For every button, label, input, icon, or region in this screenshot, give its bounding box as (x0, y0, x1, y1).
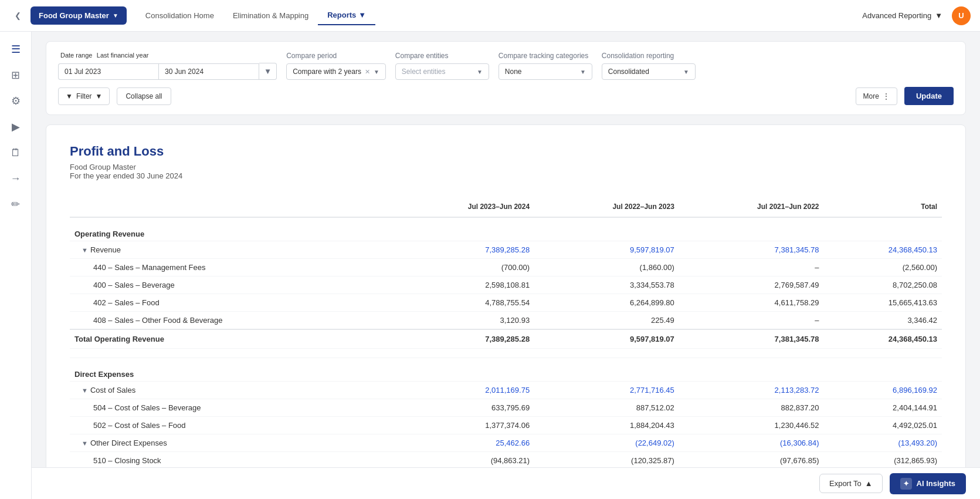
date-from-input[interactable] (58, 63, 158, 80)
adv-reporting-chevron-icon: ▼ (935, 11, 942, 20)
ai-insights-button[interactable]: ✦ AI Insights (890, 473, 966, 494)
filter-icon: ▼ (66, 92, 73, 100)
table-row: ▼Revenue 7,389,285.28 9,597,819.07 7,381… (70, 241, 942, 259)
date-range-label: Date range Last financial year (58, 51, 277, 59)
compare-entities-filter: Compare entities Select entities ▼ (395, 52, 489, 80)
table-row: 510 – Closing Stock (94,863.21) (120,325… (70, 452, 942, 470)
compare-tracking-dropdown[interactable]: None ▼ (499, 63, 592, 80)
consolidation-chevron-icon: ▼ (683, 69, 689, 75)
nav-reports[interactable]: Reports ▼ (318, 6, 375, 25)
sidebar-play-icon[interactable]: ▶ (5, 116, 26, 137)
col-total: Total (824, 197, 942, 217)
compare-period-chevron-icon: ▼ (374, 69, 379, 75)
report-subtitle1: Food Group Master (70, 163, 942, 171)
update-button[interactable]: Update (904, 87, 954, 105)
filter-button[interactable]: ▼ Filter ▼ (58, 87, 110, 105)
consolidation-label: Consolidation reporting (602, 52, 696, 60)
avatar[interactable]: U (952, 6, 971, 25)
table-row: Operating Revenue (70, 217, 942, 241)
ai-icon: ✦ (900, 478, 912, 490)
table-row: 502 – Cost of Sales – Food 1,377,374.06 … (70, 417, 942, 434)
sidebar-menu-icon[interactable]: ☰ (5, 39, 26, 60)
advanced-reporting-button[interactable]: Advanced Reporting ▼ (862, 11, 942, 20)
compare-period-dropdown[interactable]: Compare with 2 years ✕ ▼ (286, 63, 386, 80)
sidebar-document-icon[interactable]: 🗒 (5, 142, 26, 163)
date-range-filter: Date range Last financial year ▼ (58, 51, 277, 80)
date-range-dropdown[interactable]: ▼ (259, 63, 277, 80)
compare-period-label: Compare period (286, 52, 386, 60)
col-2023: Jul 2022–Jun 2023 (534, 197, 679, 217)
export-chevron-icon: ▲ (865, 479, 873, 488)
compare-tracking-filter: Compare tracking categories None ▼ (499, 52, 592, 80)
consolidation-dropdown[interactable]: Consolidated ▼ (602, 63, 696, 80)
consolidation-filter: Consolidation reporting Consolidated ▼ (602, 52, 696, 80)
filter-chevron-icon: ▼ (96, 92, 103, 100)
profit-loss-table: Jul 2023–Jun 2024 Jul 2022–Jun 2023 Jul … (70, 197, 942, 499)
table-row: 400 – Sales – Beverage 2,598,108.81 3,33… (70, 277, 942, 294)
food-group-chevron-icon: ▼ (113, 12, 118, 19)
nav-links: Consolidation Home Elimination & Mapping… (136, 6, 375, 25)
sidebar: ☰ ⊞ ⚙ ▶ 🗒 → ✏ (0, 32, 32, 499)
sidebar-settings-icon[interactable]: ⚙ (5, 90, 26, 112)
food-group-label: Food Group Master (39, 11, 109, 20)
sidebar-login-icon[interactable]: → (5, 168, 26, 189)
export-to-button[interactable]: Export To ▲ (819, 474, 883, 493)
table-row (70, 349, 942, 358)
compare-tracking-chevron-icon: ▼ (580, 69, 586, 75)
more-button[interactable]: More ⋮ (856, 87, 897, 105)
table-row: 440 – Sales – Management Fees (700.00) (… (70, 259, 942, 277)
reports-chevron-icon: ▼ (358, 11, 366, 19)
sidebar-grid-icon[interactable]: ⊞ (5, 65, 26, 86)
table-row: ▼Cost of Sales 2,011,169.75 2,771,716.45… (70, 382, 942, 399)
food-group-master-button[interactable]: Food Group Master ▼ (30, 6, 127, 25)
table-row: Total Operating Revenue 7,389,285.28 9,5… (70, 329, 942, 349)
compare-entities-label: Compare entities (395, 52, 489, 60)
nav-consolidation-home[interactable]: Consolidation Home (136, 6, 223, 25)
report-subtitle2: For the year ended 30 June 2024 (70, 171, 942, 180)
compare-period-filter: Compare period Compare with 2 years ✕ ▼ (286, 52, 386, 80)
filters-bar: Date range Last financial year ▼ Compare… (46, 41, 966, 115)
compare-entities-chevron-icon: ▼ (477, 69, 483, 75)
bottom-bar: Export To ▲ ✦ AI Insights (32, 467, 980, 499)
table-row: Direct Expenses (70, 358, 942, 382)
report-area: Profit and Loss Food Group Master For th… (46, 124, 966, 499)
table-header-row: Jul 2023–Jun 2024 Jul 2022–Jun 2023 Jul … (70, 197, 942, 217)
collapse-nav-button[interactable]: ❮ (9, 8, 26, 24)
sidebar-edit-icon[interactable]: ✏ (5, 194, 26, 215)
top-nav: ❮ Food Group Master ▼ Consolidation Home… (0, 0, 980, 32)
compare-period-clear[interactable]: ✕ (365, 68, 370, 76)
more-dots-icon: ⋮ (883, 92, 890, 100)
main-content: Date range Last financial year ▼ Compare… (32, 32, 980, 499)
col-account (70, 197, 389, 217)
table-row: 402 – Sales – Food 4,788,755.54 6,264,89… (70, 294, 942, 312)
table-row: 408 – Sales – Other Food & Beverage 3,12… (70, 312, 942, 330)
compare-tracking-label: Compare tracking categories (499, 52, 592, 60)
compare-entities-dropdown[interactable]: Select entities ▼ (395, 63, 489, 80)
table-row: ▼Other Direct Expenses 25,462.66 (22,649… (70, 434, 942, 452)
date-to-input[interactable] (158, 63, 259, 80)
col-2022: Jul 2021–Jun 2022 (679, 197, 824, 217)
nav-elimination-mapping[interactable]: Elimination & Mapping (223, 6, 318, 25)
col-2024: Jul 2023–Jun 2024 (389, 197, 534, 217)
table-row: 504 – Cost of Sales – Beverage 633,795.6… (70, 399, 942, 417)
report-title: Profit and Loss (70, 144, 942, 159)
collapse-all-button[interactable]: Collapse all (117, 87, 171, 105)
